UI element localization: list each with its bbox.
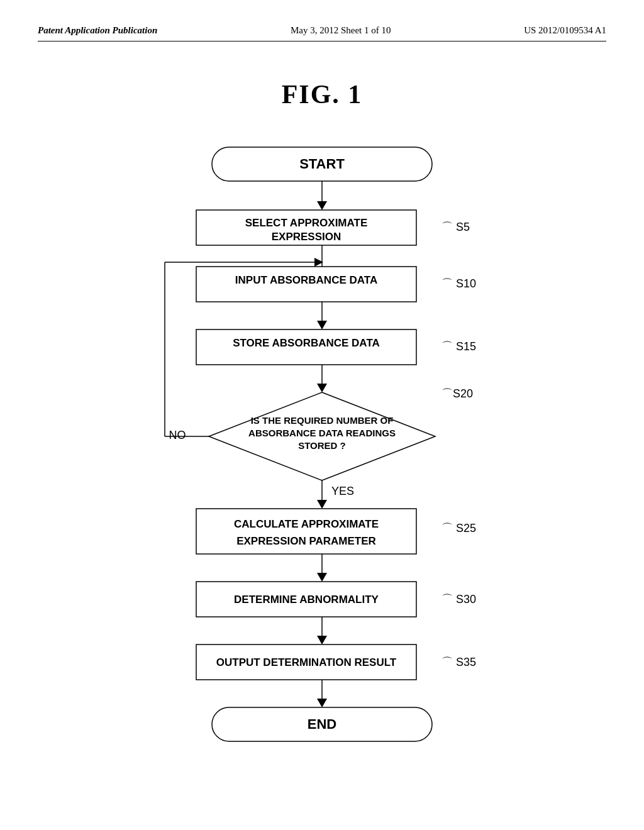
s10-text-line1: INPUT ABSORBANCE DATA: [235, 274, 377, 286]
s20-step-label: ⌒S20: [441, 387, 473, 400]
arrowhead-s25-s30: [317, 573, 327, 582]
figure-title: FIG. 1: [38, 79, 606, 109]
s30-step-label: ⌒ S30: [441, 593, 476, 606]
flowchart-svg: START SELECT APPROXIMATE EXPRESSION ⌒ S5…: [102, 141, 542, 801]
s35-step-label: ⌒ S35: [441, 656, 476, 668]
s20-text-line2: ABSORBANCE DATA READINGS: [248, 428, 396, 438]
page-header: Patent Application Publication May 3, 20…: [38, 25, 606, 42]
s20-text-line3: STORED ?: [298, 440, 346, 451]
s25-text-line1: CALCULATE APPROXIMATE: [234, 518, 379, 530]
date-sheet-label: May 3, 2012 Sheet 1 of 10: [291, 25, 391, 36]
s5-step-label: ⌒ S5: [441, 221, 470, 233]
s5-text-line2: EXPRESSION: [272, 231, 341, 243]
s25-step-label: ⌒ S25: [441, 522, 476, 534]
no-label: NO: [169, 429, 186, 441]
arrowhead-s30-s35: [317, 636, 327, 645]
s25-text-line2: EXPRESSION PARAMETER: [236, 535, 376, 547]
publication-label: Patent Application Publication: [38, 25, 157, 36]
arrowhead-start-s5: [317, 201, 327, 210]
s15-step-label: ⌒ S15: [441, 340, 476, 353]
yes-arrowhead: [317, 500, 327, 509]
yes-label: YES: [331, 485, 354, 497]
s30-text: DETERMINE ABNORMALITY: [234, 594, 379, 606]
arrowhead-s35-end: [317, 699, 327, 707]
arrowhead-s10-s15: [317, 321, 327, 329]
s10-step-label: ⌒ S10: [441, 277, 476, 290]
s35-text: OUTPUT DETERMINATION RESULT: [216, 656, 397, 668]
start-label: START: [299, 156, 345, 172]
arrowhead-s15-s20: [317, 384, 327, 392]
patent-number-label: US 2012/0109534 A1: [524, 25, 606, 36]
end-label: END: [308, 716, 336, 732]
page: Patent Application Publication May 3, 20…: [0, 0, 644, 830]
s15-text-line1: STORE ABSORBANCE DATA: [233, 337, 380, 349]
s25-shape: [196, 509, 416, 554]
flowchart-container: START SELECT APPROXIMATE EXPRESSION ⌒ S5…: [38, 141, 606, 801]
s5-text-line1: SELECT APPROXIMATE: [245, 217, 368, 229]
s20-text-line1: IS THE REQUIRED NUMBER OF: [251, 415, 394, 426]
